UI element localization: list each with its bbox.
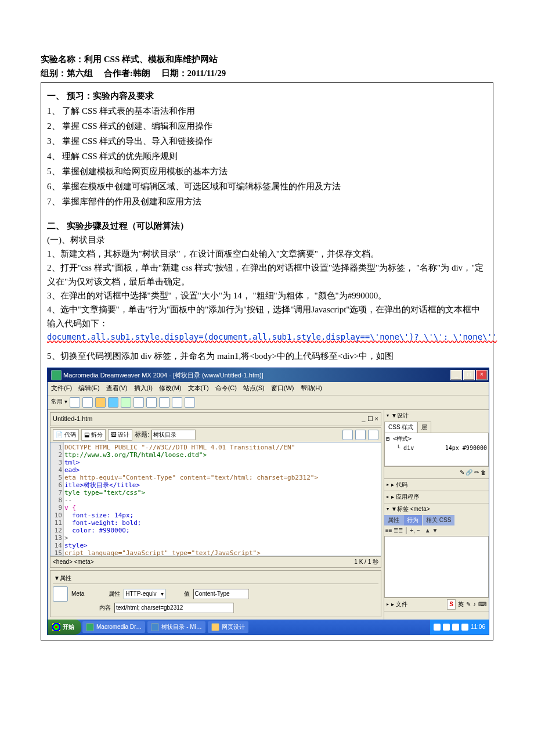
content-box: 一、 预习：实验内容及要求 1、 了解 CSS 样式表的基本语法和作用 2、 掌… bbox=[41, 82, 493, 640]
menu-item[interactable]: 文本(T) bbox=[188, 384, 209, 391]
step: 1、新建文档，其标题为"树状目录"，在设计面板空白处输入"文章摘要"，并保存文档… bbox=[47, 247, 487, 261]
menu-item[interactable]: 文件(F) bbox=[51, 384, 72, 391]
design-view-button[interactable]: 🖼 设计 bbox=[108, 429, 133, 441]
attributes-tab[interactable]: 属性 bbox=[384, 515, 403, 525]
layers-tab[interactable]: 层 bbox=[417, 422, 431, 433]
taskbar-item[interactable]: 树状目录 - Mi… bbox=[147, 621, 205, 633]
list-item: 7、 掌握库部件的作用及创建和应用方法 bbox=[47, 195, 487, 208]
tray-icon: ♪ bbox=[473, 600, 476, 609]
toolbar-icon[interactable] bbox=[95, 397, 106, 408]
clock: 11:06 bbox=[471, 622, 485, 632]
tray-icon[interactable] bbox=[461, 624, 468, 631]
list-item: 2、 掌握 CSS 样式的创建、编辑和应用操作 bbox=[47, 119, 487, 133]
app-screenshot: Macromedia Dreamweaver MX 2004 - [树状目录 (… bbox=[47, 368, 489, 635]
window-titlebar[interactable]: Macromedia Dreamweaver MX 2004 - [树状目录 (… bbox=[48, 368, 489, 382]
toolbar-icon[interactable] bbox=[70, 397, 80, 408]
behavior-toolbar: ≡≡ ≣≣ │ +, − ▲ ▼ bbox=[384, 525, 489, 536]
remove-behavior-button[interactable]: − bbox=[417, 527, 420, 534]
toolbar-icon[interactable] bbox=[134, 397, 144, 408]
menu-item[interactable]: 命令(C) bbox=[215, 384, 237, 391]
code-panel-header[interactable]: ▸ 代码 bbox=[384, 479, 489, 491]
attr-select[interactable]: HTTP-equiv bbox=[124, 589, 165, 599]
list-item: 5、 掌握创建模板和给网页应用模板的基本方法 bbox=[47, 164, 487, 178]
view-switcher: 📄 代码 ⬓ 拆分 🖼 设计 标题: 树状目录 bbox=[50, 427, 381, 442]
toolbar-icon[interactable] bbox=[172, 397, 182, 408]
delete-css-icon[interactable]: 🗑 bbox=[481, 469, 486, 476]
subsection: (一)、树状目录 bbox=[47, 233, 487, 247]
code-editor[interactable]: 12345678910111213141516 DOCTYPE HTML PUB… bbox=[50, 442, 381, 556]
menu-item[interactable]: 编辑(E) bbox=[78, 384, 100, 391]
windows-logo-icon bbox=[52, 623, 60, 631]
add-behavior-button[interactable]: + bbox=[410, 527, 413, 534]
sogou-icon: S bbox=[447, 599, 456, 610]
relevant-css-tab[interactable]: 相关 CSS bbox=[423, 515, 454, 525]
tag-selector-bar[interactable]: <head> <meta> 1 K / 1 秒 bbox=[50, 556, 381, 568]
css-styles-tab[interactable]: CSS 样式 bbox=[384, 422, 417, 433]
tray-icon: ⌨ bbox=[478, 600, 486, 609]
toolbar-icon[interactable] bbox=[146, 397, 157, 408]
toolbar-icon[interactable] bbox=[342, 430, 353, 440]
step: 4、选中"文章摘要"，单击"行为"面板中的"添加行为"按钮，选择"调用Javas… bbox=[47, 303, 487, 330]
toolbar-icon[interactable] bbox=[368, 430, 378, 440]
section1-title: 一、 预习：实验内容及要求 bbox=[47, 89, 487, 103]
menu-bar[interactable]: 文件(F) 编辑(E) 查看(V) 插入(I) 修改(M) 文本(T) 命令(C… bbox=[48, 382, 489, 395]
tray-icon[interactable] bbox=[452, 624, 459, 631]
document-tab[interactable]: Untitled-1.htm _ ☐ × bbox=[50, 412, 381, 426]
behaviors-tab[interactable]: 行为 bbox=[403, 515, 422, 525]
step: 5、切换至代码视图添加 div 标签，并命名为 main1,将<body>中的上… bbox=[47, 349, 487, 363]
taskbar-item[interactable]: Macromedia Dr… bbox=[82, 621, 145, 633]
content-input[interactable]: text/html; charset=gb2312 bbox=[114, 603, 234, 613]
tray-icon: ✎ bbox=[466, 600, 471, 609]
windows-taskbar[interactable]: 开始 Macromedia Dr… 树状目录 - Mi… 网页设计 11:06 bbox=[48, 620, 489, 635]
panel-header[interactable]: ▼属性 bbox=[53, 573, 378, 584]
toolbar-icon[interactable] bbox=[121, 397, 131, 408]
taskbar-item[interactable]: 网页设计 bbox=[208, 621, 248, 633]
toolbar-icon[interactable] bbox=[185, 397, 195, 408]
toolbar-icon[interactable] bbox=[108, 397, 118, 408]
toolbar-icon[interactable] bbox=[159, 397, 169, 408]
close-button[interactable]: × bbox=[476, 370, 488, 380]
list-item: 3、 掌握 CSS 样式的导出、导入和链接操作 bbox=[47, 134, 487, 148]
new-css-icon[interactable]: ✎ bbox=[460, 469, 464, 476]
value-input[interactable]: Content-Type bbox=[193, 589, 249, 599]
minimize-button[interactable]: _ bbox=[450, 370, 462, 380]
app-icon bbox=[51, 370, 62, 380]
app-panel-header[interactable]: ▸ 应用程序 bbox=[384, 491, 489, 503]
page-title-input[interactable]: 树状目录 bbox=[151, 430, 196, 440]
toolbar-icon[interactable] bbox=[82, 397, 93, 408]
toolbar-icon[interactable] bbox=[355, 430, 366, 440]
list-item: 1、 了解 CSS 样式表的基本语法和作用 bbox=[47, 104, 487, 118]
maximize-button[interactable]: □ bbox=[463, 370, 475, 380]
attach-css-icon[interactable]: 🔗 bbox=[466, 469, 472, 476]
menu-item[interactable]: 查看(V) bbox=[106, 384, 128, 391]
properties-panel: ▼属性 Meta 属性 HTTP-equiv 值 Content-Type bbox=[50, 570, 381, 617]
start-button[interactable]: 开始 bbox=[48, 620, 81, 635]
js-code: document.all.sub1.style.display=(documen… bbox=[47, 330, 487, 343]
tray-icon[interactable] bbox=[434, 624, 441, 631]
menu-item[interactable]: 站点(S) bbox=[243, 384, 265, 391]
list-item: 6、 掌握在模板中创建可编辑区域、可选区域和可编辑标签属性的作用及方法 bbox=[47, 179, 487, 193]
menu-item[interactable]: 窗口(W) bbox=[271, 384, 294, 391]
tray-icon[interactable] bbox=[443, 624, 450, 631]
list-item: 4、 理解 CSS 样式的优先顺序规则 bbox=[47, 149, 487, 163]
side-panels: ▼设计 CSS 样式 层 ⊟ <样式> └ div 14px #990000 bbox=[384, 410, 489, 620]
meta-icon bbox=[53, 586, 68, 602]
design-panel-header[interactable]: ▼设计 bbox=[384, 410, 489, 422]
menu-item[interactable]: 插入(I) bbox=[134, 384, 153, 391]
split-view-button[interactable]: ⬓ 拆分 bbox=[81, 429, 106, 441]
css-styles-tree[interactable]: ⊟ <样式> └ div 14px #990000 bbox=[384, 433, 489, 466]
files-panel-header[interactable]: ▸ 文件 S 英 ✎ ♪ ⌨ bbox=[384, 598, 489, 611]
step: 2、打开"css 样式"面板，单击"新建 css 样式"按钮，在弹出的对话框中设… bbox=[47, 261, 487, 289]
insert-toolbar[interactable]: 常用 ▾ bbox=[48, 395, 489, 410]
edit-css-icon[interactable]: ✏ bbox=[474, 469, 479, 476]
menu-item[interactable]: 帮助(H) bbox=[301, 384, 322, 391]
section2-title: 二、 实验步骤及过程（可以附算法） bbox=[47, 219, 487, 233]
behaviors-list[interactable] bbox=[384, 536, 489, 597]
system-tray[interactable]: 11:06 bbox=[430, 620, 489, 635]
step: 3、在弹出的对话框中选择"类型"，设置"大小"为 14， "粗细"为粗体， "颜… bbox=[47, 289, 487, 303]
window-title: Macromedia Dreamweaver MX 2004 - [树状目录 (… bbox=[63, 370, 450, 381]
menu-item[interactable]: 修改(M) bbox=[159, 384, 182, 391]
tag-panel-header[interactable]: ▼标签 <meta> bbox=[384, 503, 489, 515]
experiment-meta: 组别：第六组 合作者:韩朗 日期：2011/11/29 bbox=[41, 66, 493, 80]
code-view-button[interactable]: 📄 代码 bbox=[53, 429, 79, 441]
